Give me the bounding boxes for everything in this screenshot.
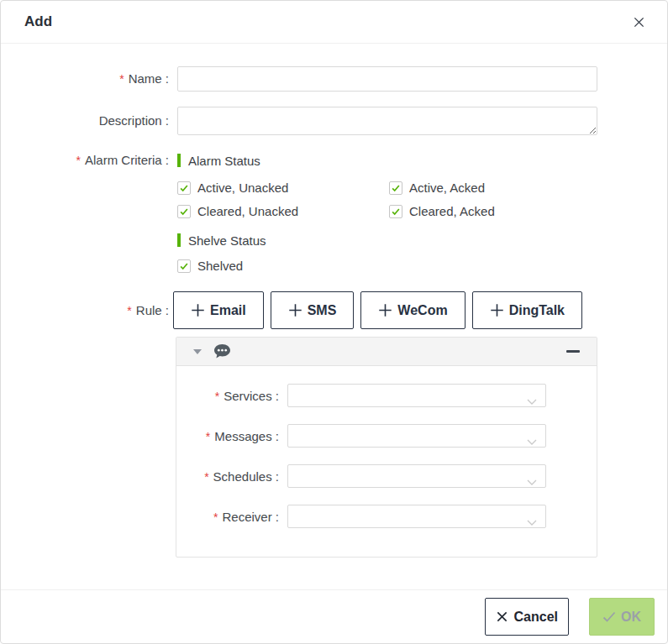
chevron-down-icon bbox=[527, 393, 537, 408]
required-asterisk: * bbox=[119, 72, 124, 86]
alarm-status-section-title: Alarm Status bbox=[177, 154, 597, 167]
receiver-label: *Receiver : bbox=[176, 510, 279, 524]
remove-rule-minus-icon[interactable] bbox=[566, 350, 580, 353]
description-label: Description : bbox=[1, 107, 169, 135]
plus-icon bbox=[378, 303, 392, 317]
dialog-footer: Cancel OK bbox=[1, 589, 667, 643]
checkbox-active-unacked[interactable]: Active, Unacked bbox=[177, 181, 389, 195]
rule-row: *Rule : Email SMS WeCom bbox=[1, 291, 667, 558]
dialog-header: Add bbox=[1, 1, 667, 44]
messages-label: *Messages : bbox=[176, 429, 279, 443]
required-asterisk: * bbox=[76, 154, 81, 167]
rule-add-buttons: Email SMS WeCom DingTalk bbox=[173, 291, 597, 329]
services-row: *Services : bbox=[176, 384, 546, 407]
name-input[interactable] bbox=[177, 66, 597, 92]
message-bubble-icon bbox=[213, 343, 231, 359]
schedules-label: *Schedules : bbox=[176, 469, 279, 484]
rule-card: *Services : *Messages : bbox=[176, 337, 597, 558]
add-sms-button[interactable]: SMS bbox=[271, 291, 355, 329]
add-email-button[interactable]: Email bbox=[173, 291, 264, 329]
chevron-down-icon bbox=[527, 474, 537, 489]
receiver-row: *Receiver : bbox=[176, 505, 546, 528]
description-input[interactable] bbox=[177, 107, 597, 135]
required-asterisk: * bbox=[127, 304, 131, 317]
dialog-body: *Name : Description : *Alarm Criteria : bbox=[1, 44, 667, 589]
checkbox-active-acked[interactable]: Active, Acked bbox=[389, 181, 597, 195]
add-wecom-button[interactable]: WeCom bbox=[360, 291, 465, 329]
checkbox-cleared-acked[interactable]: Cleared, Acked bbox=[389, 204, 597, 218]
checkbox-checked-icon bbox=[389, 181, 402, 195]
plus-icon bbox=[490, 303, 504, 317]
section-bar-icon bbox=[177, 233, 181, 247]
shelve-status-section-title: Shelve Status bbox=[177, 233, 597, 247]
add-dialog: Add *Name : Description : bbox=[0, 0, 668, 644]
schedules-row: *Schedules : bbox=[176, 464, 546, 488]
add-dingtalk-button[interactable]: DingTalk bbox=[472, 291, 582, 329]
cancel-x-icon bbox=[496, 610, 508, 623]
cancel-button[interactable]: Cancel bbox=[485, 598, 569, 636]
chevron-down-icon bbox=[527, 433, 537, 448]
checkbox-cleared-unacked[interactable]: Cleared, Unacked bbox=[177, 204, 389, 218]
section-bar-icon bbox=[177, 154, 181, 167]
checkbox-checked-icon bbox=[177, 205, 191, 218]
name-label: *Name : bbox=[1, 66, 169, 92]
alarm-criteria-row: *Alarm Criteria : Alarm Status Active, U… bbox=[1, 154, 667, 273]
checkbox-checked-icon bbox=[389, 205, 402, 218]
ok-button[interactable]: OK bbox=[589, 598, 655, 636]
dialog-title: Add bbox=[24, 13, 52, 30]
checkbox-shelved[interactable]: Shelved bbox=[177, 259, 597, 273]
receiver-select[interactable] bbox=[287, 505, 546, 528]
services-select[interactable] bbox=[287, 384, 546, 407]
rule-label: *Rule : bbox=[1, 291, 169, 330]
required-asterisk: * bbox=[215, 390, 219, 403]
schedules-select[interactable] bbox=[287, 464, 546, 488]
messages-select[interactable] bbox=[287, 424, 546, 448]
checkbox-checked-icon bbox=[177, 181, 191, 195]
description-row: Description : bbox=[1, 107, 667, 135]
close-icon[interactable] bbox=[633, 16, 645, 29]
alarm-status-options: Active, Unacked Active, Acked Cleared, U… bbox=[177, 181, 597, 218]
messages-row: *Messages : bbox=[176, 424, 546, 448]
name-row: *Name : bbox=[1, 66, 667, 92]
services-label: *Services : bbox=[176, 389, 279, 403]
collapse-arrow-icon[interactable] bbox=[193, 349, 202, 354]
plus-icon bbox=[288, 303, 302, 317]
plus-icon bbox=[191, 303, 205, 317]
chevron-down-icon bbox=[527, 514, 537, 529]
required-asterisk: * bbox=[213, 510, 218, 524]
required-asterisk: * bbox=[206, 430, 210, 443]
ok-check-icon bbox=[602, 611, 616, 623]
required-asterisk: * bbox=[204, 470, 208, 484]
rule-card-body: *Services : *Messages : bbox=[176, 366, 597, 557]
rule-card-header bbox=[176, 338, 597, 366]
alarm-criteria-label: *Alarm Criteria : bbox=[1, 154, 169, 167]
checkbox-checked-icon bbox=[177, 259, 191, 273]
